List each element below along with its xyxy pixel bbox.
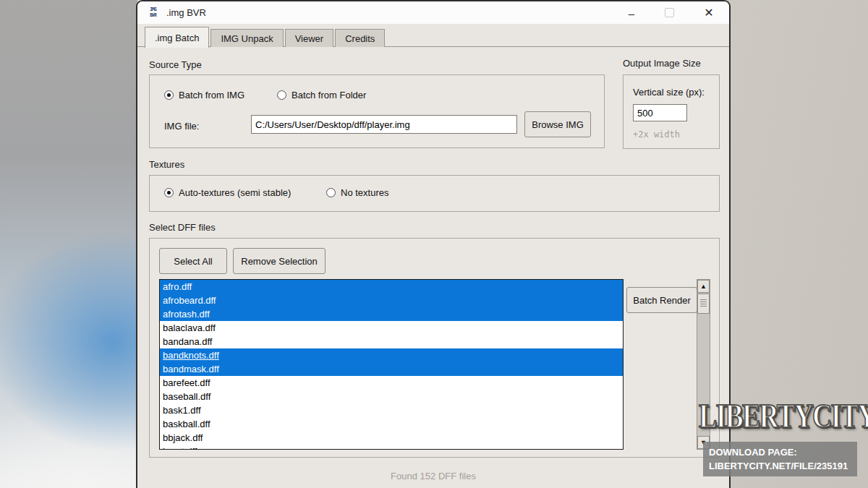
dff-file-item[interactable]: afrotash.dff (160, 307, 623, 321)
dff-file-item[interactable]: bandana.dff (160, 335, 623, 348)
radio-icon (164, 90, 174, 100)
download-page-line1: DOWNLOAD PAGE: (709, 445, 851, 459)
radio-batch-from-img[interactable]: Batch from IMG (164, 90, 244, 100)
minimize-icon: – (629, 7, 634, 20)
dff-file-item[interactable]: beret.dff (160, 445, 623, 450)
app-icon-text-bottom: BVR (148, 12, 158, 18)
tab-img-batch[interactable]: .img Batch (145, 27, 209, 48)
dff-file-item[interactable]: balaclava.dff (160, 321, 623, 335)
dff-file-item[interactable]: barefeet.dff (160, 376, 623, 390)
tab-content: Source Type Batch from IMG Batch from Fo… (137, 46, 729, 488)
remove-selection-button[interactable]: Remove Selection (233, 248, 326, 274)
dff-file-item[interactable]: bask1.dff (160, 403, 623, 417)
window-title: .img BVR (166, 7, 206, 18)
download-page-line2: LIBERTYCITY.NET/FILE/235191 (709, 459, 851, 473)
select-dff-files-label: Select DFF files (149, 222, 216, 233)
minimize-button[interactable]: – (619, 4, 644, 22)
tab-img-unpack[interactable]: IMG Unpack (210, 29, 283, 47)
dff-file-item[interactable]: baskball.dff (160, 417, 623, 431)
textures-label: Textures (149, 159, 184, 170)
radio-icon (164, 188, 174, 197)
img-file-input[interactable] (251, 115, 517, 134)
maximize-button[interactable] (665, 8, 674, 17)
radio-auto-textures[interactable]: Auto-textures (semi stable) (164, 187, 291, 198)
radio-batch-from-img-label: Batch from IMG (179, 90, 244, 100)
dff-file-item[interactable]: baseball.dff (160, 390, 623, 403)
source-type-groupbox: Batch from IMG Batch from Folder IMG fil… (149, 74, 605, 148)
close-button[interactable]: ✕ (696, 3, 722, 22)
app-icon: IMG BVR (147, 7, 159, 19)
status-text: Found 152 DFF files (137, 471, 729, 481)
scroll-up-button[interactable]: ▲ (697, 280, 710, 293)
batch-render-button[interactable]: Batch Render (626, 287, 697, 313)
close-icon: ✕ (704, 6, 713, 20)
radio-no-textures-label: No textures (341, 187, 388, 198)
app-window: IMG BVR .img BVR – ✕ .img Batch IMG Unpa… (136, 0, 731, 488)
app-icon-text-top: IMG (148, 7, 158, 12)
vertical-size-label: Vertical size (px): (633, 87, 705, 98)
desktop-background (0, 0, 137, 488)
dff-file-item[interactable]: bandknots.dff (160, 348, 623, 362)
scrollbar-thumb[interactable] (697, 294, 710, 314)
select-dff-groupbox: Select All Remove Selection afro.dffafro… (149, 238, 720, 458)
vertical-size-input[interactable] (633, 104, 687, 121)
img-file-label: IMG file: (164, 121, 199, 132)
output-image-size-groupbox: Vertical size (px): +2x width (623, 74, 720, 149)
tab-viewer[interactable]: Viewer (285, 29, 334, 47)
source-type-label: Source Type (149, 59, 202, 70)
libertycity-logo: LIBERTYCITY (699, 397, 868, 435)
width-hint: +2x width (633, 129, 680, 140)
browse-img-button[interactable]: Browse IMG (524, 111, 591, 137)
dff-file-item[interactable]: afrobeard.dff (160, 294, 623, 307)
radio-icon (277, 90, 286, 100)
select-all-button[interactable]: Select All (159, 248, 227, 274)
scroll-up-icon: ▲ (700, 283, 707, 290)
dff-file-list[interactable]: afro.dffafrobeard.dffafrotash.dffbalacla… (159, 279, 624, 450)
radio-batch-from-folder[interactable]: Batch from Folder (277, 90, 366, 100)
download-page-box: DOWNLOAD PAGE: LIBERTYCITY.NET/FILE/2351… (703, 442, 857, 476)
tab-credits[interactable]: Credits (335, 29, 385, 47)
radio-batch-from-folder-label: Batch from Folder (292, 90, 366, 100)
textures-groupbox: Auto-textures (semi stable) No textures (149, 175, 720, 212)
output-image-size-label: Output Image Size (623, 58, 701, 69)
radio-no-textures[interactable]: No textures (326, 187, 388, 198)
dff-file-item[interactable]: afro.dff (160, 280, 623, 294)
title-bar: IMG BVR .img BVR – ✕ (137, 1, 729, 24)
radio-auto-textures-label: Auto-textures (semi stable) (179, 187, 291, 198)
dff-file-item[interactable]: bandmask.dff (160, 362, 623, 376)
radio-icon (326, 188, 336, 197)
tab-strip: .img Batch IMG Unpack Viewer Credits (145, 26, 386, 47)
dff-file-item[interactable]: bbjack.dff (160, 431, 623, 445)
